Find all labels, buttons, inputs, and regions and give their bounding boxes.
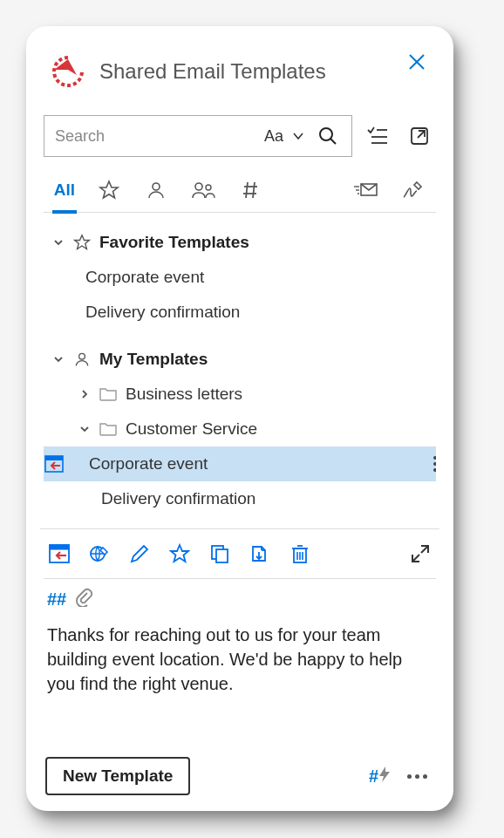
svg-line-15 <box>246 182 248 198</box>
template-name: Delivery confirmation <box>85 303 240 322</box>
svg-rect-27 <box>50 545 69 549</box>
insert-template-icon <box>49 544 70 563</box>
svg-marker-21 <box>75 235 90 249</box>
tree-folder-customer-service[interactable]: Customer Service <box>44 412 436 446</box>
signature-icon <box>401 180 424 201</box>
search-button[interactable] <box>313 121 343 151</box>
chevron-down-icon <box>49 350 68 369</box>
tree-section-my-templates[interactable]: My Templates <box>44 342 436 377</box>
copy-icon <box>209 543 230 564</box>
expand-icon <box>410 543 431 564</box>
search-input[interactable] <box>53 126 264 146</box>
filter-tab-signatures[interactable] <box>389 167 436 213</box>
people-icon <box>191 180 215 201</box>
star-icon <box>169 543 190 564</box>
templates-panel: Shared Email Templates Aa <box>26 26 453 811</box>
close-icon <box>407 52 426 72</box>
insert-link-button[interactable] <box>87 542 112 566</box>
app-logo-icon <box>47 51 89 92</box>
search-icon <box>317 126 338 146</box>
star-icon <box>72 232 92 253</box>
person-icon <box>146 180 167 201</box>
search-dropdown[interactable] <box>283 121 313 151</box>
import-button[interactable] <box>248 542 272 566</box>
manage-view-button[interactable] <box>361 119 394 153</box>
svg-marker-44 <box>379 766 390 782</box>
edit-button[interactable] <box>127 542 152 566</box>
svg-marker-9 <box>100 181 118 198</box>
shortcut-button[interactable]: # <box>369 766 392 787</box>
insert-button[interactable] <box>47 542 72 566</box>
tree-folder-business-letters[interactable]: Business letters <box>44 377 436 412</box>
filter-tabs: All <box>44 167 436 213</box>
app-title: Shared Email Templates <box>99 59 391 84</box>
close-button[interactable] <box>401 46 432 78</box>
new-template-button[interactable]: New Template <box>45 757 190 795</box>
svg-line-16 <box>253 182 255 198</box>
copy-button[interactable] <box>208 542 232 566</box>
preview-meta: ## <box>44 579 436 616</box>
hash-badge[interactable]: ## <box>47 589 66 610</box>
filter-tab-team[interactable] <box>180 167 227 213</box>
item-more-button[interactable] <box>427 456 436 472</box>
chevron-down-icon <box>291 129 305 143</box>
preview-toolbar <box>44 529 436 579</box>
template-name: Corporate event <box>72 454 208 474</box>
footer: New Template # <box>44 748 436 795</box>
filter-tab-favorites[interactable] <box>85 167 133 213</box>
folder-icon <box>98 384 119 405</box>
filter-tab-all[interactable]: All <box>44 167 85 213</box>
pencil-icon <box>129 543 150 564</box>
svg-line-43 <box>412 555 419 562</box>
template-item[interactable]: Delivery confirmation <box>44 481 436 516</box>
globe-pen-icon <box>88 542 111 565</box>
folder-name: Business letters <box>126 385 242 404</box>
template-item-selected[interactable]: Corporate event <box>44 446 436 481</box>
favorite-button[interactable] <box>167 542 192 566</box>
case-toggle[interactable]: Aa <box>264 121 283 151</box>
trash-icon <box>290 543 310 564</box>
folder-name: Customer Service <box>126 419 257 439</box>
svg-point-22 <box>79 353 85 359</box>
attachment-icon[interactable] <box>75 588 92 610</box>
delete-button[interactable] <box>288 542 312 566</box>
overflow-button[interactable] <box>400 774 434 779</box>
svg-point-2 <box>320 128 332 140</box>
chevron-down-icon <box>75 419 94 439</box>
svg-point-12 <box>206 185 211 190</box>
filter-tab-personal[interactable] <box>133 167 180 213</box>
svg-point-11 <box>195 183 202 190</box>
svg-rect-32 <box>216 549 228 562</box>
chevron-right-icon <box>75 385 94 404</box>
chevron-down-icon <box>49 233 68 252</box>
template-name: Corporate event <box>85 268 204 287</box>
template-name: Delivery confirmation <box>101 489 255 508</box>
person-icon <box>72 349 92 370</box>
template-item-favorite[interactable]: Corporate event <box>44 260 436 295</box>
preview-body: Thanks for reaching out to us for your t… <box>44 616 436 696</box>
open-external-button[interactable] <box>403 119 436 153</box>
insert-template-icon <box>44 453 65 474</box>
hash-icon <box>240 180 261 201</box>
search-box: Aa <box>44 115 352 157</box>
section-label: My Templates <box>99 350 208 369</box>
header: Shared Email Templates <box>44 44 436 99</box>
star-icon <box>99 180 119 201</box>
filter-tab-hash[interactable] <box>227 167 274 213</box>
checklist-icon <box>366 125 389 147</box>
mail-send-icon <box>352 180 378 201</box>
tree-section-favorites[interactable]: Favorite Templates <box>44 225 436 260</box>
filter-tab-mail[interactable] <box>342 167 389 213</box>
svg-line-8 <box>418 131 425 138</box>
external-link-icon <box>409 126 430 146</box>
section-label: Favorite Templates <box>99 233 249 252</box>
svg-marker-30 <box>171 545 188 562</box>
expand-button[interactable] <box>408 542 432 566</box>
template-item-favorite[interactable]: Delivery confirmation <box>44 295 436 330</box>
svg-rect-24 <box>45 456 63 460</box>
template-tree: Favorite Templates Corporate event Deliv… <box>44 225 436 516</box>
lightning-icon <box>378 766 392 787</box>
search-row: Aa <box>44 115 436 157</box>
folder-icon <box>98 419 119 439</box>
import-icon <box>249 543 270 564</box>
